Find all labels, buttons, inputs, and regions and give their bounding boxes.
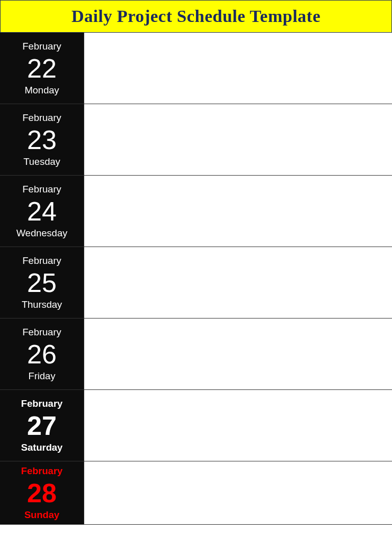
content-cell[interactable] [84,390,392,461]
day-cell-sunday: February 28 Sunday [0,461,84,524]
day-cell-wednesday: February 24 Wednesday [0,176,84,247]
day-name: Sunday [24,509,60,521]
content-cell[interactable] [84,461,392,524]
day-name: Saturday [21,442,62,453]
day-row: February 23 Tuesday [0,104,392,176]
day-month: February [22,184,61,195]
content-cell[interactable] [84,318,392,389]
day-name: Friday [29,371,56,382]
day-name: Thursday [21,299,62,310]
day-name: Tuesday [23,156,60,167]
day-number: 25 [27,270,57,296]
day-cell-saturday: February 27 Saturday [0,390,84,461]
day-cell-friday: February 26 Friday [0,318,84,389]
day-number: 26 [27,341,57,368]
day-number: 27 [27,412,57,439]
content-cell[interactable] [84,104,392,175]
day-row: February 27 Saturday [0,390,392,461]
day-cell-thursday: February 25 Thursday [0,247,84,318]
content-cell[interactable] [84,247,392,318]
day-name: Monday [24,85,59,96]
day-row: February 24 Wednesday [0,176,392,247]
day-row: February 28 Sunday [0,461,392,525]
day-month: February [22,41,61,52]
day-month: February [22,327,61,338]
day-month: February [22,112,61,124]
day-month: February [21,465,62,477]
page-header: Daily Project Schedule Template [0,0,392,33]
day-month: February [22,255,61,266]
schedule-grid: February 22 Monday February 23 Tuesday F… [0,33,392,525]
day-row: February 26 Friday [0,318,392,390]
day-number: 22 [27,55,57,82]
day-number: 23 [27,127,57,153]
content-cell[interactable] [84,176,392,247]
day-cell-tuesday: February 23 Tuesday [0,104,84,175]
day-number: 28 [27,480,57,506]
day-month: February [21,398,62,409]
day-row: February 25 Thursday [0,247,392,318]
day-name: Wednesday [16,228,67,239]
day-row: February 22 Monday [0,33,392,104]
day-cell-monday: February 22 Monday [0,33,84,104]
day-number: 24 [27,198,57,225]
page-title: Daily Project Schedule Template [1,7,391,26]
content-cell[interactable] [84,33,392,104]
